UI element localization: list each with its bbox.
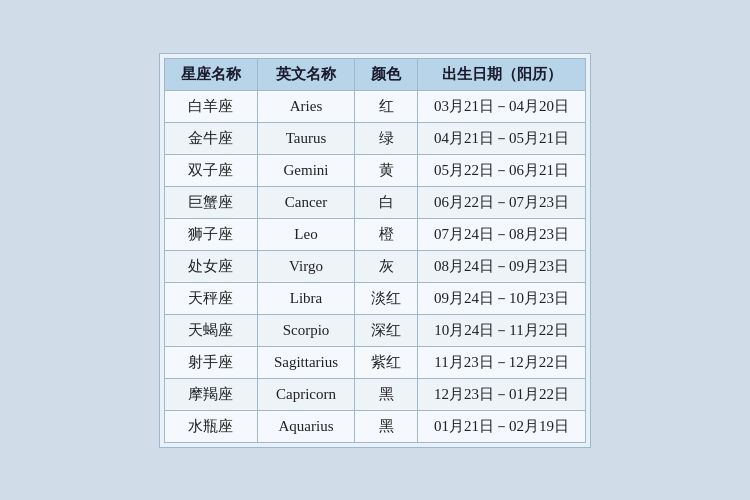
table-header-cell: 英文名称: [257, 58, 354, 90]
table-cell: 金牛座: [164, 122, 257, 154]
table-cell: 双子座: [164, 154, 257, 186]
table-row: 狮子座Leo橙07月24日－08月23日: [164, 218, 585, 250]
table-cell: 橙: [355, 218, 418, 250]
table-cell: 绿: [355, 122, 418, 154]
table-header-cell: 星座名称: [164, 58, 257, 90]
table-cell: Cancer: [257, 186, 354, 218]
table-cell: Capricorn: [257, 378, 354, 410]
table-cell: 白: [355, 186, 418, 218]
table-cell: 12月23日－01月22日: [418, 378, 586, 410]
table-row: 天秤座Libra淡红09月24日－10月23日: [164, 282, 585, 314]
table-cell: 10月24日－11月22日: [418, 314, 586, 346]
table-row: 处女座Virgo灰08月24日－09月23日: [164, 250, 585, 282]
table-header-row: 星座名称英文名称颜色出生日期（阳历）: [164, 58, 585, 90]
table-header-cell: 颜色: [355, 58, 418, 90]
table-cell: 黑: [355, 410, 418, 442]
table-cell: 05月22日－06月21日: [418, 154, 586, 186]
table-row: 射手座Sagittarius紫红11月23日－12月22日: [164, 346, 585, 378]
table-cell: Scorpio: [257, 314, 354, 346]
table-row: 天蝎座Scorpio深红10月24日－11月22日: [164, 314, 585, 346]
table-row: 白羊座Aries红03月21日－04月20日: [164, 90, 585, 122]
table-cell: Leo: [257, 218, 354, 250]
table-cell: 巨蟹座: [164, 186, 257, 218]
table-cell: 天秤座: [164, 282, 257, 314]
table-row: 摩羯座Capricorn黑12月23日－01月22日: [164, 378, 585, 410]
table-cell: 08月24日－09月23日: [418, 250, 586, 282]
table-cell: 狮子座: [164, 218, 257, 250]
table-cell: Libra: [257, 282, 354, 314]
table-cell: 03月21日－04月20日: [418, 90, 586, 122]
table-cell: 灰: [355, 250, 418, 282]
table-row: 水瓶座Aquarius黑01月21日－02月19日: [164, 410, 585, 442]
table-cell: 04月21日－05月21日: [418, 122, 586, 154]
table-cell: Sagittarius: [257, 346, 354, 378]
table-cell: 11月23日－12月22日: [418, 346, 586, 378]
table-row: 双子座Gemini黄05月22日－06月21日: [164, 154, 585, 186]
table-cell: 摩羯座: [164, 378, 257, 410]
table-cell: 射手座: [164, 346, 257, 378]
table-cell: 06月22日－07月23日: [418, 186, 586, 218]
table-body: 白羊座Aries红03月21日－04月20日金牛座Taurus绿04月21日－0…: [164, 90, 585, 442]
zodiac-table-container: 星座名称英文名称颜色出生日期（阳历） 白羊座Aries红03月21日－04月20…: [159, 53, 591, 448]
table-cell: Taurus: [257, 122, 354, 154]
table-cell: 深红: [355, 314, 418, 346]
table-cell: 紫红: [355, 346, 418, 378]
table-cell: 黑: [355, 378, 418, 410]
table-cell: Gemini: [257, 154, 354, 186]
table-cell: 09月24日－10月23日: [418, 282, 586, 314]
table-cell: 白羊座: [164, 90, 257, 122]
table-header-cell: 出生日期（阳历）: [418, 58, 586, 90]
table-cell: 处女座: [164, 250, 257, 282]
table-cell: 黄: [355, 154, 418, 186]
table-cell: 01月21日－02月19日: [418, 410, 586, 442]
table-row: 金牛座Taurus绿04月21日－05月21日: [164, 122, 585, 154]
table-cell: Aquarius: [257, 410, 354, 442]
zodiac-table: 星座名称英文名称颜色出生日期（阳历） 白羊座Aries红03月21日－04月20…: [164, 58, 586, 443]
table-cell: 天蝎座: [164, 314, 257, 346]
table-row: 巨蟹座Cancer白06月22日－07月23日: [164, 186, 585, 218]
table-cell: 红: [355, 90, 418, 122]
table-cell: Virgo: [257, 250, 354, 282]
table-cell: 07月24日－08月23日: [418, 218, 586, 250]
table-cell: Aries: [257, 90, 354, 122]
table-cell: 淡红: [355, 282, 418, 314]
table-cell: 水瓶座: [164, 410, 257, 442]
